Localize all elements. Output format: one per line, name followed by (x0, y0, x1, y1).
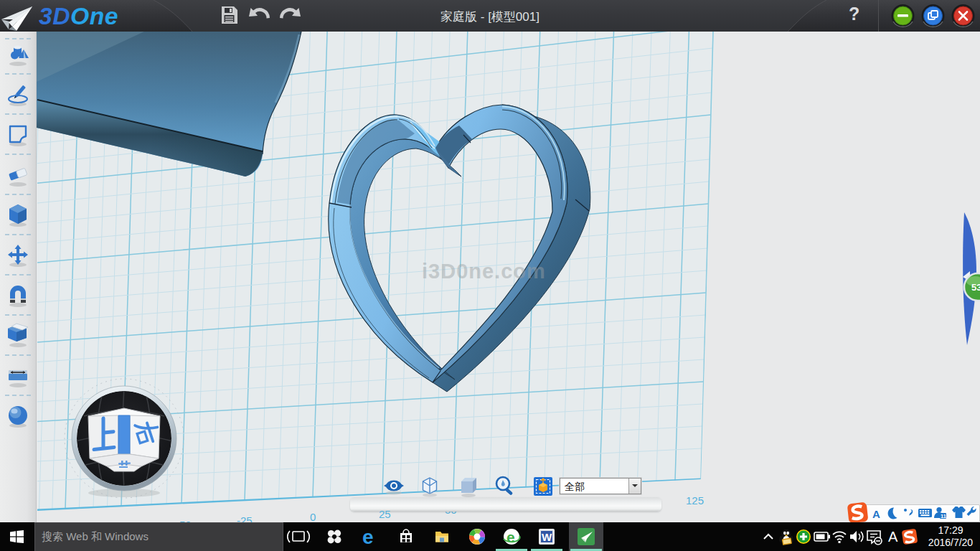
svg-text:e: e (362, 526, 374, 548)
svg-text:W: W (542, 531, 552, 543)
svg-text:A: A (888, 529, 898, 545)
svg-text:11: 11 (941, 513, 946, 519)
svg-text:A: A (872, 508, 880, 520)
svg-text:53: 53 (971, 282, 980, 293)
svg-text:e: e (507, 529, 515, 545)
